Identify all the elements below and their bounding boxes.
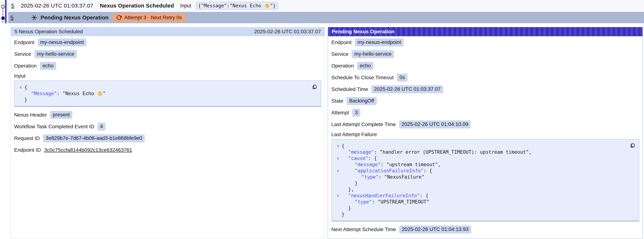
operation-value-chip: echo	[357, 62, 374, 70]
request-id-value-chip: 3e829b7e-7d67-4b08-aad3-b1e868bfe9e0	[43, 134, 145, 142]
json-line-text: "applicationFailureInfo": {	[342, 168, 432, 174]
event-detail-header-title: 5 Nexus Operation Scheduled	[14, 29, 83, 34]
event-input-label: Input	[180, 3, 191, 8]
copy-json-button[interactable]	[630, 142, 636, 148]
json-line-text: }	[24, 96, 27, 103]
field-label: Operation	[14, 63, 36, 69]
input-section-label: Input	[14, 72, 321, 80]
json-line-text: "cause": {	[342, 155, 377, 162]
endpoint-value-chip: my-nexus-endpoint	[38, 38, 86, 46]
attempt-value-chip: 3	[352, 109, 360, 117]
json-line: }	[17, 96, 308, 103]
field-label: Operation	[331, 63, 354, 69]
field-label: Service	[331, 51, 348, 57]
field-endpoint: Endpointmy-nexus-endpoint	[331, 36, 639, 48]
json-line: "type": "UPSTREAM_TIMEOUT"	[334, 199, 626, 205]
event-title: Pending Nexus Operation	[41, 14, 108, 21]
timeline-event-marker-current	[2, 17, 4, 20]
field-endpoint-id: Endpoint ID3c0c75ccfa8144b092c13ce632463…	[14, 144, 321, 156]
timeline-connector-line	[2, 8, 3, 24]
json-line: }	[334, 205, 626, 211]
field-operation: Operationecho	[14, 60, 321, 72]
json-line: ∨"nexusHandlerFailureInfo": {	[334, 192, 626, 199]
field-workflow-task-completed-event-id: Workflow Task Completed Event ID4	[14, 121, 321, 132]
state-value-chip: BackingOff	[346, 97, 376, 105]
collapse-chevron-icon[interactable]: ∨	[17, 84, 24, 90]
collapse-chevron-icon[interactable]: ∨	[334, 155, 342, 162]
event-id-link[interactable]: 5	[11, 2, 14, 9]
copy-json-button[interactable]	[312, 84, 318, 90]
json-line: "type": "NexusFailure"	[334, 174, 626, 180]
copy-icon	[630, 142, 636, 148]
failure-json-block: ∨{"message": "handler error (UPSTREAM_TI…	[331, 139, 639, 222]
json-line-text: }	[342, 211, 344, 218]
event-row-pending[interactable]: 5 Pending Nexus Operation Attempt 3 · Ne…	[8, 12, 644, 23]
pending-operation-panel: Pending Nexus Operation Endpointmy-nexus…	[328, 27, 643, 239]
event-id-link[interactable]: 5	[10, 14, 14, 21]
nexus-header-value-chip: present	[50, 111, 72, 119]
scheduled-time-value-chip: 2025-02-26 UTC 01:03:37.07	[372, 85, 443, 93]
field-endpoint: Endpointmy-nexus-endpoint	[14, 36, 321, 48]
field-label: Schedule To Close Timeout	[331, 75, 394, 80]
field-attempt: Attempt3	[331, 107, 639, 118]
json-line-text: "type": "UPSTREAM_TIMEOUT"	[342, 199, 429, 205]
chevron-spacer	[17, 96, 24, 103]
pending-asterisk-icon	[31, 14, 37, 21]
last-attempt-complete-time-value-chip: 2025-02-26 UTC 01:04:10.09	[399, 120, 471, 128]
event-detail-header: 5 Nexus Operation Scheduled 2025-02-26 U…	[11, 27, 324, 36]
json-line-text: }	[342, 180, 358, 186]
schedule-to-close-timeout-value-chip: 0s	[397, 74, 408, 82]
field-label: Attempt	[331, 110, 349, 116]
json-line-text: }	[342, 205, 351, 211]
json-line-text: "nexusHandlerFailureInfo": {	[342, 192, 428, 199]
json-line-text: },	[342, 186, 354, 192]
field-service: Servicemy-hello-service	[14, 48, 321, 60]
chevron-spacer	[334, 180, 342, 186]
field-label: Last Attempt Complete Time	[331, 122, 396, 127]
field-label: Next Attempt Schedule Time	[331, 226, 396, 232]
json-line-text: "Message": "Nexus Echo 👋"	[24, 90, 106, 96]
field-request-id: Request ID3e829b7e-7d67-4b08-aad3-b1e868…	[14, 132, 321, 144]
field-label: Request ID	[14, 136, 40, 141]
chevron-spacer	[334, 199, 342, 205]
event-row-scheduled[interactable]: 5 2025-02-26 UTC 01:03:37.07 Nexus Opera…	[8, 0, 644, 11]
retry-badge-label: Attempt 3 · Next Retry 0s	[124, 15, 182, 20]
endpoint-value-chip: my-nexus-endpoint	[355, 38, 404, 46]
timeline-active-bar	[5, 0, 6, 23]
collapse-chevron-icon[interactable]: ∨	[334, 192, 342, 199]
json-line-text: "message": "handler error (UPSTREAM_TIME…	[342, 149, 532, 155]
field-schedule-to-close-timeout: Schedule To Close Timeout0s	[331, 72, 639, 84]
event-detail-panel: 5 Nexus Operation Scheduled 2025-02-26 U…	[10, 27, 325, 239]
chevron-spacer	[334, 149, 342, 155]
pending-operation-header-title: Pending Nexus Operation	[332, 29, 394, 34]
json-line-text: {	[24, 84, 27, 90]
json-line-text: {	[342, 143, 344, 149]
endpoint-id-link[interactable]: 3c0c75ccfa8144b092c13ce632463761	[44, 147, 132, 153]
field-last-attempt-complete-time: Last Attempt Complete Time2025-02-26 UTC…	[331, 118, 639, 130]
chevron-spacer	[334, 205, 342, 211]
event-input-value-chip: {"Message":"Nexus Echo 👋"}	[196, 2, 278, 10]
collapse-chevron-icon[interactable]: ∨	[334, 143, 342, 149]
copy-icon	[312, 84, 318, 90]
field-label: Endpoint	[14, 40, 34, 46]
field-label: Nexus Header	[14, 112, 47, 118]
collapse-chevron-icon[interactable]: ∨	[334, 168, 342, 174]
field-label: State	[331, 98, 343, 104]
field-label: Service	[14, 51, 31, 57]
event-timestamp: 2025-02-26 UTC 01:03:37.07	[21, 2, 93, 9]
next-attempt-schedule-time-value-chip: 2025-02-26 UTC 01:04:13.93	[399, 226, 471, 234]
chevron-spacer	[334, 211, 342, 218]
json-line: }	[334, 211, 626, 218]
json-line: ∨{	[334, 143, 626, 149]
json-line: ∨"cause": {	[334, 155, 626, 162]
json-line: "Message": "Nexus Echo 👋"	[17, 90, 308, 96]
chevron-spacer	[334, 162, 342, 168]
chevron-spacer	[334, 174, 342, 180]
pending-operation-header: Pending Nexus Operation	[328, 27, 642, 36]
service-value-chip: my-hello-service	[352, 50, 394, 58]
input-json-block: ∨{"Message": "Nexus Echo 👋"}	[14, 80, 321, 107]
json-line: ∨"applicationFailureInfo": {	[334, 168, 626, 174]
chevron-spacer	[334, 186, 342, 192]
timeline-event-marker-open	[1, 5, 5, 8]
json-line: }	[334, 180, 626, 186]
